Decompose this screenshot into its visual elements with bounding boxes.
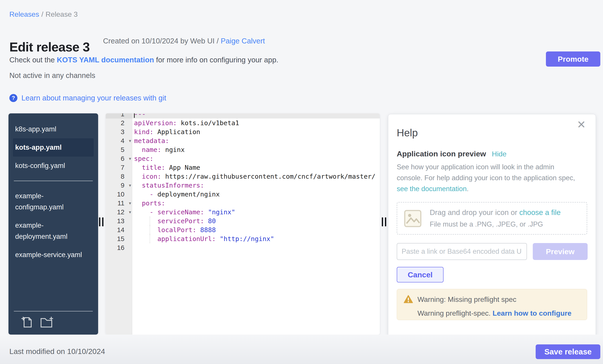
code-line-text[interactable]: applicationUrl: "http://nginx" bbox=[132, 234, 380, 243]
promote-button[interactable]: Promote bbox=[546, 52, 600, 66]
code-line-text[interactable] bbox=[132, 243, 380, 252]
code-line-text[interactable]: ports: bbox=[132, 199, 380, 208]
sidebar-actions bbox=[21, 316, 54, 328]
code-line: 11▾ ports: bbox=[106, 199, 380, 208]
fold-arrow-icon[interactable]: ▾ bbox=[129, 136, 131, 145]
code-line: 13 servicePort: 80 bbox=[106, 217, 380, 225]
learn-configure-link[interactable]: Learn how to configure bbox=[493, 309, 572, 317]
sidebar-file-item[interactable]: example-configmap.yaml bbox=[13, 187, 94, 216]
code-line-text[interactable]: statusInformers: bbox=[132, 181, 380, 190]
resize-handle-right-bar1[interactable] bbox=[382, 217, 383, 226]
code-line-text[interactable]: - serviceName: "nginx" bbox=[132, 208, 380, 217]
code-line: 12▾ - serviceName: "nginx" bbox=[106, 208, 380, 217]
warning-title: Warning: Missing preflight spec bbox=[417, 295, 516, 304]
docs-intro-pre: Check out the bbox=[9, 56, 57, 64]
code-line-text[interactable]: metadata: bbox=[132, 136, 380, 145]
code-line-text[interactable]: --- bbox=[132, 113, 380, 119]
fold-arrow-icon[interactable]: ▾ bbox=[129, 208, 131, 217]
line-number: 12▾ bbox=[106, 208, 132, 217]
line-number: 15 bbox=[106, 234, 132, 243]
line-number: 5 bbox=[106, 145, 132, 154]
code-line-text[interactable]: localPort: 8888 bbox=[132, 225, 380, 234]
desc-period: . bbox=[467, 185, 469, 193]
warning-triangle-icon bbox=[404, 295, 413, 303]
breadcrumb-separator: / bbox=[41, 10, 43, 18]
image-placeholder-icon bbox=[404, 210, 422, 227]
fold-arrow-icon[interactable]: ▾ bbox=[129, 181, 131, 190]
text-cursor bbox=[134, 113, 135, 118]
resize-handle-left-bar1[interactable] bbox=[99, 217, 100, 226]
created-meta: Created on 10/10/2024 by Web UI / bbox=[103, 37, 221, 45]
breadcrumb-releases-link[interactable]: Releases bbox=[9, 10, 39, 18]
line-number: 11▾ bbox=[106, 199, 132, 208]
breadcrumb: Releases/Release 3 bbox=[9, 10, 78, 19]
warning-detail-text: Warning preflight-spec. bbox=[417, 309, 493, 317]
line-number: 8 bbox=[106, 172, 132, 181]
choose-file-link[interactable]: choose a file bbox=[519, 208, 561, 217]
code-line: 6▾ spec: bbox=[106, 154, 380, 163]
help-title: Help bbox=[397, 127, 418, 139]
desc-line2: console. For help adding your icon to th… bbox=[397, 174, 575, 182]
sidebar-file-item[interactable]: k8s-app.yaml bbox=[13, 120, 94, 138]
icon-preview-title: Application icon preview bbox=[397, 149, 486, 158]
line-number: 7 bbox=[106, 163, 132, 172]
code-line: 14 localPort: 8888 bbox=[106, 225, 380, 234]
resize-handle-left-bar2[interactable] bbox=[102, 217, 104, 226]
git-releases-link[interactable]: Learn about managing your releases with … bbox=[21, 94, 166, 102]
last-modified-label: Last modified on 10/10/2024 bbox=[9, 347, 105, 356]
dropzone-text-pre: Drag and drop your icon or bbox=[430, 208, 519, 217]
line-number: 16 bbox=[106, 243, 132, 252]
author-link[interactable]: Paige Calvert bbox=[221, 37, 265, 45]
sidebar-file-item[interactable]: example-service.yaml bbox=[13, 246, 94, 264]
code-line: 5 name: nginx bbox=[106, 145, 380, 154]
new-file-icon[interactable] bbox=[21, 316, 32, 328]
code-line: 3 kind: Application bbox=[106, 127, 380, 136]
code-line-text[interactable]: - deployment/nginx bbox=[132, 190, 380, 199]
yaml-editor[interactable]: 1 --- 2 apiVersion: kots.io/v1beta1 3 ki… bbox=[106, 113, 380, 335]
resize-handle-right-bar2[interactable] bbox=[385, 217, 386, 226]
sidebar-file-item[interactable]: kots-app.yaml bbox=[13, 138, 94, 157]
icon-dropzone[interactable]: Drag and drop your icon or choose a file… bbox=[397, 202, 587, 235]
question-circle-icon: ? bbox=[9, 94, 17, 102]
cancel-button[interactable]: Cancel bbox=[397, 267, 443, 282]
line-number: 3 bbox=[106, 127, 132, 136]
code-line-text[interactable]: servicePort: 80 bbox=[132, 217, 380, 225]
sidebar-file-item[interactable]: kots-config.yaml bbox=[13, 157, 94, 175]
new-folder-icon[interactable] bbox=[40, 316, 54, 328]
file-sidebar: k8s-app.yaml kots-app.yaml kots-config.y… bbox=[9, 113, 98, 335]
code-line: 15 applicationUrl: "http://nginx" bbox=[106, 234, 380, 243]
channel-status: Not active in any channels bbox=[9, 71, 95, 80]
line-number: 1 bbox=[106, 113, 132, 119]
code-line-text[interactable]: kind: Application bbox=[132, 127, 380, 136]
line-number: 13 bbox=[106, 217, 132, 225]
code-line-text[interactable]: title: App Name bbox=[132, 163, 380, 172]
code-line-text[interactable]: icon: https://raw.githubusercontent.com/… bbox=[132, 172, 380, 181]
fold-arrow-icon[interactable]: ▾ bbox=[129, 154, 131, 163]
code-line-text[interactable]: apiVersion: kots.io/v1beta1 bbox=[132, 119, 380, 127]
sidebar-file-divider bbox=[14, 181, 93, 181]
preview-button[interactable]: Preview bbox=[533, 243, 588, 260]
hide-link[interactable]: Hide bbox=[492, 150, 507, 158]
see-documentation-link[interactable]: see the documentation bbox=[397, 185, 467, 193]
line-number: 6▾ bbox=[106, 154, 132, 163]
docs-intro-post: for more info on configuring your app. bbox=[154, 56, 278, 64]
sidebar-divider-bottom bbox=[14, 311, 93, 311]
docs-intro: Check out the KOTS YAML documentation fo… bbox=[9, 56, 278, 64]
help-panel: ✕ Help Application icon preview Hide See… bbox=[388, 114, 596, 338]
save-release-button[interactable]: Save release bbox=[536, 344, 600, 359]
dropzone-hint: File must be a .PNG, .JPEG, or .JPG bbox=[430, 220, 543, 228]
line-number: 10 bbox=[106, 190, 132, 199]
dropzone-text: Drag and drop your icon or choose a file bbox=[430, 208, 561, 217]
code-line: 16 bbox=[106, 243, 380, 252]
release-meta: Created on 10/10/2024 by Web UI / Paige … bbox=[103, 37, 265, 45]
breadcrumb-current: Release 3 bbox=[46, 10, 78, 18]
close-icon[interactable]: ✕ bbox=[577, 118, 586, 131]
warning-detail: Warning preflight-spec. Learn how to con… bbox=[417, 309, 572, 318]
file-list: k8s-app.yaml kots-app.yaml kots-config.y… bbox=[9, 113, 98, 264]
code-line-text[interactable]: spec: bbox=[132, 154, 380, 163]
kots-yaml-docs-link[interactable]: KOTS YAML documentation bbox=[57, 56, 154, 64]
code-line-text[interactable]: name: nginx bbox=[132, 145, 380, 154]
icon-url-input[interactable] bbox=[397, 243, 527, 260]
sidebar-file-item[interactable]: example-deployment.yaml bbox=[13, 216, 94, 246]
fold-arrow-icon[interactable]: ▾ bbox=[129, 199, 131, 208]
